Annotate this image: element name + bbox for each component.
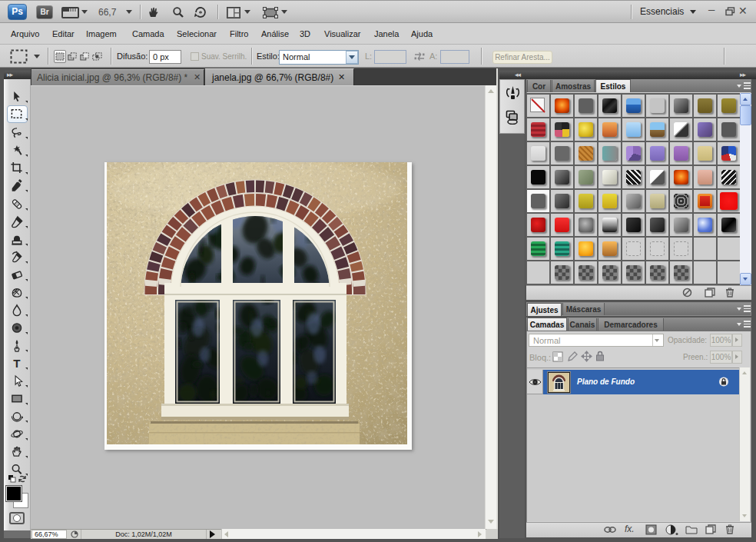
- svg-text:T: T: [13, 357, 21, 370]
